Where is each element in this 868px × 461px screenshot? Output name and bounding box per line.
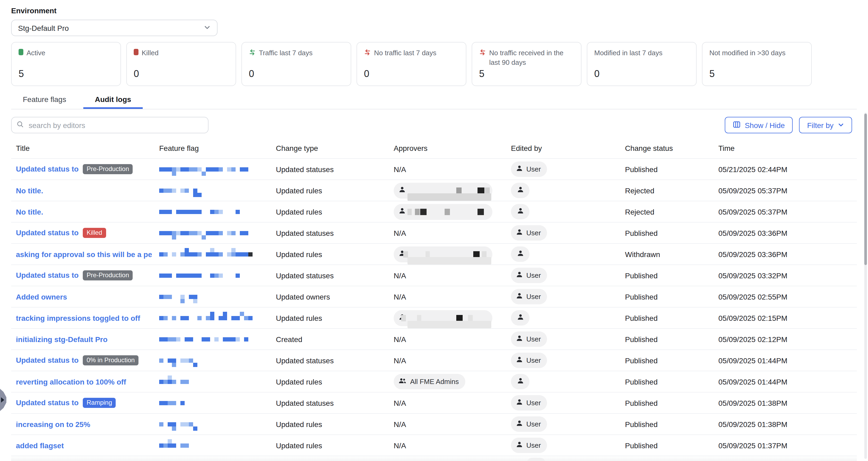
flag-pixel [236,337,240,341]
flag-pixel [163,167,168,171]
flag-pixel [214,231,219,235]
flag-pixel [219,252,223,256]
person-icon [516,165,523,174]
table-row: asking for approval so this will be a pe… [11,244,857,265]
change-status-cell: Published [625,271,718,280]
audit-title-link[interactable]: reverting allocation to 100% off [16,377,126,386]
flag-pixel [172,363,176,367]
audit-title-link[interactable]: Updated status to [16,271,79,280]
audit-title-link[interactable]: asking for approval so this will be a pe [16,250,152,258]
audit-title-link[interactable]: increasing on to 25% [16,420,90,428]
flag-pixel [172,426,176,430]
audit-title-link[interactable]: No title. [16,186,43,195]
edited-by-cell: User [511,395,625,410]
title-cell: No title. [16,186,159,195]
edited-by-user-pill: User [511,332,547,347]
person-icon [399,185,406,195]
edited-by-cell [511,204,625,219]
table-row: initializing stg-Default ProCreatedN/AUs… [11,329,857,350]
flag-pixel [193,231,197,235]
audit-title-link[interactable]: tracking impressions toggled to off [16,314,140,322]
audit-title-link[interactable]: initializing stg-Default Pro [16,335,107,343]
flag-pixel [193,252,197,256]
edited-by-label: User [526,441,541,449]
column-header-change-type: Change type [276,144,394,152]
flag-pixel [193,299,197,303]
redaction-mark [468,315,473,321]
flag-pixel [223,316,227,320]
flag-pixel [163,294,168,299]
flag-pixel [197,273,202,278]
flag-pixel [227,231,231,235]
flag-pixel [236,273,240,278]
approver-na: N/A [394,165,406,173]
audit-title-link[interactable]: No title. [16,207,43,216]
audit-title-link[interactable]: Updated status to [16,399,79,407]
audit-title-link[interactable]: added flagset [16,441,64,450]
flag-pixel [168,422,172,426]
flag-pixel [227,337,231,341]
filter-by-button[interactable]: Filter by [799,117,852,133]
approver-na: N/A [394,399,406,407]
redaction-mark [420,208,427,215]
table-row: Updated status toPre-ProductionUpdated s… [11,159,857,180]
approvers-cell: All FME Admins [394,374,511,389]
flag-pixel [176,337,180,341]
sidebar-expand-handle[interactable] [0,389,6,411]
environment-select[interactable]: Stg-Default Pro [11,20,218,36]
search-box[interactable] [11,117,209,133]
feature-flag-cell [159,439,276,452]
edited-by-cell: User [511,438,625,453]
table-row: reverting allocation to 100% offUpdated … [11,371,857,393]
approver-na: N/A [394,441,406,450]
edited-by-user-pill: User [511,289,547,304]
stat-value: 5 [479,68,574,80]
show-hide-button[interactable]: Show / Hide [724,117,793,133]
chevron-down-icon [838,121,844,129]
audit-title-link[interactable]: Updated status to [16,229,79,237]
time-cell: 05/09/2025 02:55PM [718,292,857,301]
flag-pixel [163,443,168,448]
vertical-scrollbar-thumb[interactable] [864,114,867,265]
approvers-cell: N/A [394,419,511,429]
flag-pixel [172,188,176,193]
stat-value: 0 [134,68,229,80]
tab-bar: Feature flags Audit logs [11,90,857,109]
flag-pixel [223,337,227,341]
column-header-title: Title [16,144,159,152]
flag-pixel [219,316,223,320]
change-type-cell: Updated statuses [276,165,394,173]
tab-feature-flags[interactable]: Feature flags [11,90,78,109]
feature-flag-cell [159,269,276,282]
feature-flag-redacted [159,333,255,345]
audit-title-link[interactable]: Updated status to [16,165,79,173]
redaction-mark [415,208,420,215]
audit-title-link[interactable]: Added owners [16,292,67,301]
flag-pixel [180,422,185,426]
vertical-scrollbar-track[interactable] [864,113,867,459]
stat-card-active: Active5 [11,42,121,86]
title-cell: increasing on to 25% [16,420,159,428]
search-input[interactable] [28,120,203,130]
flag-pixel [214,273,219,278]
flag-pixel [176,209,180,214]
flag-pixel [185,316,189,320]
flag-pixel [189,358,193,363]
flag-pixel [223,312,227,316]
flag-pixel [189,167,193,171]
feature-flag-redacted [159,397,255,409]
time-cell: 05/09/2025 01:44PM [718,377,857,386]
flag-pixel [197,316,202,320]
flag-pixel [231,248,236,252]
stat-label: Active [27,48,45,58]
tab-audit-logs[interactable]: Audit logs [83,90,143,109]
change-status-cell: Published [625,377,718,386]
audit-title-link[interactable]: Updated status to [16,356,79,365]
feature-flag-redacted [159,227,255,239]
flag-pixel [172,422,176,426]
flag-pixel [172,235,176,239]
flag-pixel [168,231,172,235]
flag-pixel [168,167,172,171]
column-header-change-status: Change status [625,144,718,152]
feature-flag-cell [159,418,276,430]
